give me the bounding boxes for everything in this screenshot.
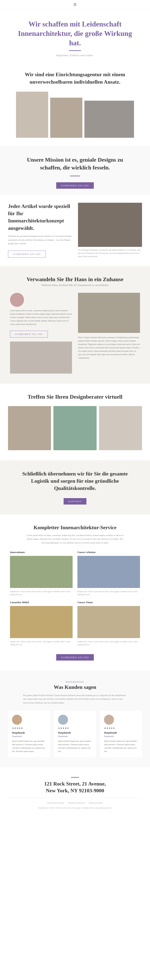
transform-right-text: Duis ac feugiat pretium nibh ipsum conse… — [78, 336, 140, 360]
mission-title: Unsere Mission ist es, geniale Designs z… — [16, 156, 134, 172]
meet-section: Treffen Sie Ihren Designberater virtuell — [0, 383, 150, 460]
article-right: Wir erbringen Erfahrung, Architektur und… — [78, 203, 142, 258]
service-item-1-image — [10, 556, 73, 588]
testimonials-section: Referenzen Was Kunden sagen Wir geben je… — [0, 671, 150, 767]
service-item-4-image — [77, 606, 140, 638]
transform-body: Lorem ipsum dolor sit amet, consectetur … — [10, 309, 72, 326]
footer: 121 Rock Street, 21 Avenue, New York, NY… — [0, 767, 150, 813]
article-button[interactable]: SCHREIBEN SIE UNS — [8, 251, 46, 258]
article-section: Jeder Artikel wurde speziell für Ihr Inn… — [0, 195, 150, 266]
article-body: Während des gesamten Designprozesses arb… — [8, 234, 72, 245]
article-caption: Wir erbringen Erfahrung, Architektur und… — [78, 248, 142, 258]
service-item-1-title: Innovationen — [10, 550, 73, 554]
hero-divider — [69, 50, 81, 51]
article-image — [78, 203, 142, 247]
navigation: ☰ — [0, 0, 150, 10]
logistics-title: Schließlich übernehmen wir für Sie die g… — [16, 470, 134, 492]
testimonial-1-stars: ★★★★★ — [12, 727, 46, 730]
footer-divider — [71, 777, 79, 778]
hamburger-icon[interactable]: ☰ — [73, 2, 77, 7]
service-button[interactable]: SCHREIBEN SIE UNS — [56, 654, 93, 660]
testimonial-1-name: Hauptkunde — [12, 731, 46, 734]
service-item-3-caption: Sample text. Click to select the text bo… — [10, 640, 73, 646]
mission-divider — [70, 176, 80, 176]
testimonial-1: ★★★★★ Hauptkunde Hauptkunde Mauris bland… — [8, 711, 50, 757]
testimonials-grid: ★★★★★ Hauptkunde Hauptkunde Mauris bland… — [8, 711, 142, 757]
footer-bottom: Datenschutzrichtlinie Rechtliche Hinweis… — [8, 798, 142, 810]
about-images-row — [16, 92, 134, 138]
testimonial-3-avatar — [104, 715, 114, 725]
meet-image-1 — [8, 406, 51, 450]
testimonial-3-text: Mauris blandit aliquet elit, eget tincid… — [104, 739, 138, 753]
testimonial-3-name: Hauptkunde — [104, 731, 138, 734]
about-section: Wir sind eine Einrichtungsagentur mit ei… — [0, 63, 150, 146]
testimonials-header: Referenzen Was Kunden sagen — [8, 681, 142, 690]
footer-city: New York, NY 92103-9000 — [8, 788, 142, 794]
transform-image-left — [10, 342, 72, 374]
testimonial-2: ★★★★★ Hauptkunde Hauptkunde Mauris bland… — [54, 711, 96, 757]
transform-left: Lorem ipsum dolor sit amet, consectetur … — [10, 293, 72, 374]
mission-button[interactable]: SCHREIBEN SIE UNS — [56, 182, 93, 189]
article-title: Jeder Artikel wurde speziell für Ihr Inn… — [8, 203, 72, 232]
footer-copyright: Sample text. Click to select the text bo… — [8, 806, 142, 810]
testimonial-3-stars: ★★★★★ — [104, 727, 138, 730]
transform-subtitle: Modernes Dekor, das Ihnen hilft, Ihr Tra… — [10, 284, 140, 287]
service-item-1: Innovationen Sample text. Click to selec… — [10, 550, 73, 596]
transform-image-right — [78, 293, 140, 333]
transform-avatar — [10, 293, 24, 307]
testimonial-2-stars: ★★★★★ — [58, 727, 92, 730]
service-text: Lorem ipsum dolor sit amet, consetetur s… — [25, 533, 125, 545]
logistics-section: Schließlich übernehmen wir für Sie die g… — [0, 460, 150, 515]
testimonials-text: Wir geben jedem Projekt Priorität! Unser… — [23, 694, 127, 705]
logistics-button[interactable]: KONTAKT — [63, 498, 87, 504]
service-item-4: Unsere Vision Sample text. Click to sele… — [77, 601, 140, 646]
transform-content: Lorem ipsum dolor sit amet, consectetur … — [10, 293, 140, 374]
service-section: Kompletter Innenarchitektur-Service Lore… — [0, 515, 150, 671]
service-item-4-title: Unsere Vision — [77, 601, 140, 604]
service-item-1-caption: Sample text. Click to select the text bo… — [10, 590, 73, 596]
footer-links: Datenschutzrichtlinie Rechtliche Hinweis… — [8, 801, 142, 805]
testimonial-3-role: Hauptkunde — [104, 735, 138, 737]
service-item-2-title: Unsere Arbeiten — [77, 550, 140, 554]
meet-title: Treffen Sie Ihren Designberater virtuell — [8, 394, 142, 400]
testimonial-2-name: Hauptkunde — [58, 731, 92, 734]
article-left: Jeder Artikel wurde speziell für Ihr Inn… — [8, 203, 72, 258]
meet-image-3 — [99, 406, 142, 450]
about-title: Wir sind eine Einrichtungsagentur mit ei… — [16, 71, 134, 86]
service-item-3-title: Luxuriöse Möbel — [10, 601, 73, 604]
testimonial-2-avatar — [58, 715, 68, 725]
footer-link-privacy[interactable]: Datenschutzrichtlinie — [47, 801, 64, 805]
hero-section: Wir schaffen mit Leidenschaft Innenarchi… — [0, 10, 150, 63]
service-item-4-caption: Sample text. Click to select the text bo… — [77, 640, 140, 646]
testimonial-3: ★★★★★ Hauptkunde Hauptkunde Mauris bland… — [100, 711, 142, 757]
testimonial-2-role: Hauptkunde — [58, 735, 92, 737]
footer-link-legal[interactable]: Rechtliche Hinweise — [68, 801, 85, 805]
testimonials-label: Referenzen — [8, 681, 142, 683]
service-item-2-caption: Sample text. Click to select the text bo… — [77, 590, 140, 596]
testimonials-title: Was Kunden sagen — [8, 684, 142, 690]
meet-images — [8, 406, 142, 450]
about-image-3 — [84, 101, 134, 138]
transform-header: Verwandeln Sie Ihr Haus in ein Zuhause M… — [10, 276, 140, 287]
service-grid: Innovationen Sample text. Click to selec… — [10, 550, 140, 646]
about-image-2 — [50, 98, 82, 138]
testimonial-1-avatar — [12, 715, 22, 725]
service-button-container: SCHREIBEN SIE UNS — [10, 652, 140, 660]
testimonial-2-text: Mauris blandit aliquet elit, eget tincid… — [58, 739, 92, 753]
hero-subtitle: Reparatur. Einfach und schön. — [16, 54, 134, 57]
service-title: Kompletter Innenarchitektur-Service — [10, 525, 140, 531]
service-item-2: Unsere Arbeiten Sample text. Click to se… — [77, 550, 140, 596]
transform-section: Verwandeln Sie Ihr Haus in ein Zuhause M… — [0, 266, 150, 383]
service-item-3: Luxuriöse Möbel Sample text. Click to se… — [10, 601, 73, 646]
footer-link-sitemap[interactable]: Seitenverzeichnis — [89, 801, 103, 805]
service-item-3-image — [10, 606, 73, 638]
transform-right: Duis ac feugiat pretium nibh ipsum conse… — [78, 293, 140, 360]
testimonial-1-text: Mauris blandit aliquet elit, eget tincid… — [12, 739, 46, 753]
footer-address: 121 Rock Street, 21 Avenue, — [8, 781, 142, 787]
transform-title: Verwandeln Sie Ihr Haus in ein Zuhause — [10, 276, 140, 283]
about-image-1 — [16, 92, 48, 138]
testimonial-1-role: Hauptkunde — [12, 735, 46, 737]
transform-button[interactable]: SCHREIBEN SIE UNS — [10, 331, 48, 337]
meet-image-2 — [54, 406, 96, 450]
mission-section: Unsere Mission ist es, geniale Designs z… — [0, 146, 150, 194]
